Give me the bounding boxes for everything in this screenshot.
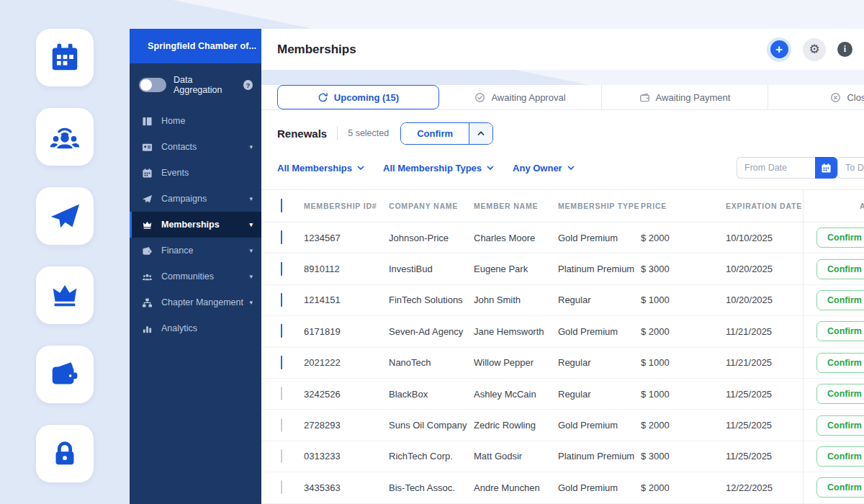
- tab-upcoming[interactable]: Upcoming (15): [277, 85, 439, 109]
- confirm-button[interactable]: Confirm: [401, 123, 469, 144]
- sitemap-icon: [142, 297, 153, 308]
- gear-icon: ⚙: [809, 42, 819, 57]
- col-action: ACTION: [803, 190, 864, 222]
- info-icon: i: [844, 44, 846, 55]
- col-company-name: COMPANY NAME: [389, 202, 474, 210]
- from-date-input[interactable]: [737, 157, 815, 179]
- bar-chart-icon: [142, 323, 153, 334]
- help-icon[interactable]: ?: [243, 80, 253, 90]
- table-row: 1234567 Johnson-Price Charles Moore Gold…: [261, 222, 864, 253]
- sidebar-item-campaigns[interactable]: Campaigns ▾: [130, 186, 261, 212]
- from-date-calendar-button[interactable]: [815, 157, 837, 179]
- add-icon: +: [770, 40, 788, 58]
- tab-awaiting-approval[interactable]: Awaiting Approval: [439, 85, 601, 109]
- wallet-icon: [142, 246, 153, 256]
- sidebar-item-memberships[interactable]: Memberships ▾: [130, 212, 261, 238]
- row-confirm-button[interactable]: Confirm: [816, 477, 864, 498]
- tab-bar: Upcoming (15) Awaiting Approval Awaiting…: [261, 85, 864, 110]
- crown-icon: [142, 220, 153, 230]
- sidebar-item-finance[interactable]: Finance ▾: [130, 238, 261, 264]
- wallet-icon: [48, 358, 81, 391]
- select-all-checkbox[interactable]: [281, 199, 282, 212]
- sidebar-item-chapter-management[interactable]: Chapter Mangement ▾: [130, 289, 261, 315]
- row-checkbox[interactable]: [281, 293, 282, 307]
- sidebar-header: Springfield Chamber of...: [130, 29, 261, 63]
- row-confirm-button[interactable]: Confirm: [816, 321, 864, 341]
- main-area: Memberships + ⚙ i Upcoming (15) Awaiting…: [261, 29, 864, 504]
- from-date-group: [737, 157, 837, 179]
- row-confirm-button[interactable]: Confirm: [816, 353, 864, 373]
- row-checkbox[interactable]: [281, 356, 282, 369]
- confirm-dropdown-toggle[interactable]: [469, 123, 492, 144]
- header-actions: + ⚙ i: [767, 37, 852, 62]
- confirm-split-button: Confirm: [400, 122, 493, 145]
- chevron-down-icon: [357, 166, 364, 170]
- to-date-group: [837, 157, 864, 179]
- paper-plane-icon: [142, 194, 153, 204]
- calendar-icon: [48, 41, 81, 74]
- crown-icon: [48, 279, 81, 312]
- renewals-toolbar: Renewals 5 selected Confirm: [277, 120, 864, 146]
- rail-security-card[interactable]: [36, 425, 94, 482]
- row-checkbox[interactable]: [281, 418, 282, 432]
- chevron-down-icon: [567, 166, 575, 170]
- sidebar-item-contacts[interactable]: Contacts ▾: [130, 134, 261, 160]
- col-membership-id: MEMBERSHIP ID#: [304, 202, 389, 210]
- sidebar-item-home[interactable]: Home: [130, 108, 261, 134]
- table-row: 6171819 Seven-Ad Agency Jane Hemsworth G…: [261, 316, 864, 347]
- to-date-input[interactable]: [837, 157, 864, 179]
- tab-awaiting-payment[interactable]: Awaiting Payment: [601, 85, 768, 109]
- rail-campaigns-card[interactable]: [36, 187, 94, 245]
- chevron-down-icon: ▾: [249, 273, 253, 280]
- org-title: Springfield Chamber of...: [148, 41, 256, 51]
- row-checkbox[interactable]: [281, 262, 282, 276]
- sidebar-nav: Home Contacts ▾ Events Campaigns ▾ Membe…: [130, 108, 261, 341]
- rail-finance-card[interactable]: [36, 346, 94, 403]
- row-checkbox[interactable]: [281, 449, 282, 463]
- filter-any-owner[interactable]: Any Owner: [513, 163, 575, 174]
- row-confirm-button[interactable]: Confirm: [816, 415, 864, 436]
- table-row: 3242526 BlackBox Ashley McCain Regular $…: [261, 379, 864, 410]
- add-button[interactable]: +: [767, 37, 791, 62]
- row-confirm-button[interactable]: Confirm: [816, 446, 864, 467]
- row-checkbox[interactable]: [281, 324, 282, 338]
- community-icon: [48, 120, 81, 153]
- row-checkbox[interactable]: [281, 230, 282, 244]
- chevron-down-icon: ▾: [249, 143, 253, 150]
- row-checkbox[interactable]: [281, 480, 282, 494]
- calendar-icon: [142, 168, 153, 179]
- row-confirm-button[interactable]: Confirm: [816, 290, 864, 310]
- table-row: 0313233 RichTech Corp. Matt Godsir Plati…: [261, 441, 864, 472]
- row-confirm-button[interactable]: Confirm: [816, 228, 864, 248]
- users-icon: [142, 271, 153, 282]
- sidebar-item-events[interactable]: Events: [130, 160, 261, 186]
- chevron-down-icon: ▾: [249, 195, 253, 202]
- contacts-icon: [142, 142, 153, 153]
- rail-calendar-card[interactable]: [36, 29, 94, 86]
- table-row: 8910112 InvestiBud Eugene Park Platinum …: [261, 253, 864, 284]
- rail-memberships-card[interactable]: [36, 266, 94, 324]
- section-title: Renewals: [277, 127, 327, 140]
- page-header: Memberships + ⚙ i: [261, 29, 864, 70]
- sidebar: Springfield Chamber of... Data Aggregati…: [130, 29, 261, 504]
- row-checkbox[interactable]: [281, 387, 282, 400]
- data-aggregation-label: Data Aggregation: [174, 75, 238, 95]
- filter-bar: All Memberships All Membership Types Any…: [277, 156, 864, 180]
- tab-close[interactable]: Close: [768, 85, 864, 109]
- row-confirm-button[interactable]: Confirm: [816, 259, 864, 279]
- row-confirm-button[interactable]: Confirm: [816, 384, 864, 404]
- filter-all-memberships[interactable]: All Memberships: [277, 163, 364, 174]
- settings-button[interactable]: ⚙: [803, 38, 826, 61]
- rail-community-card[interactable]: [36, 108, 94, 166]
- data-aggregation-toggle[interactable]: [139, 78, 166, 92]
- lock-icon: [48, 437, 81, 470]
- info-button[interactable]: i: [837, 42, 852, 57]
- check-circle-icon: [474, 92, 485, 103]
- sidebar-item-analytics[interactable]: Analytics: [130, 315, 261, 341]
- refresh-icon: [318, 92, 328, 103]
- page-title: Memberships: [277, 42, 767, 57]
- wallet-icon: [639, 92, 650, 103]
- data-aggregation-row: Data Aggregation ?: [130, 63, 261, 105]
- filter-membership-types[interactable]: All Membership Types: [383, 163, 494, 174]
- sidebar-item-communities[interactable]: Communities ▾: [130, 264, 261, 289]
